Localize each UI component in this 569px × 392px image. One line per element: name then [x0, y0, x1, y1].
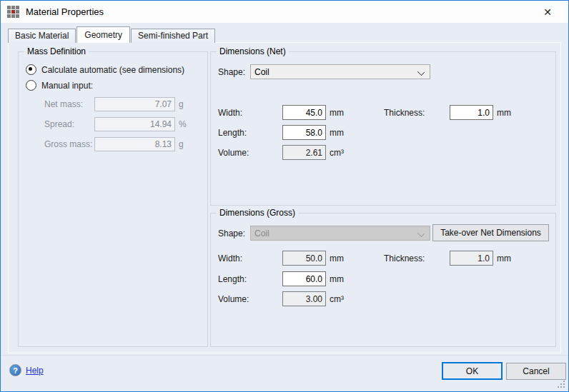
ok-button[interactable]: OK — [442, 362, 503, 380]
net-length-label: Length: — [218, 128, 247, 138]
group-label-dimensions-gross: Dimensions (Gross) — [217, 208, 298, 218]
close-icon[interactable]: ✕ — [533, 1, 563, 23]
gross-shape-dropdown: Coil — [250, 226, 430, 241]
takeover-net-dimensions-button[interactable]: Take-over Net Dimensions — [432, 224, 549, 241]
gross-width-input — [282, 251, 326, 266]
chevron-down-icon — [417, 230, 425, 237]
spread-input — [94, 117, 175, 131]
radio-calculate-automatic[interactable]: Calculate automatic (see dimensions) — [26, 64, 184, 75]
resize-grip-icon[interactable] — [558, 381, 565, 388]
gross-width-label: Width: — [218, 253, 242, 263]
tab-semi-finished-part[interactable]: Semi-finished Part — [131, 29, 215, 43]
net-width-input[interactable] — [282, 105, 326, 120]
chevron-down-icon — [417, 69, 425, 76]
gross-shape-value: Coil — [254, 228, 269, 238]
gross-length-unit: mm — [330, 274, 344, 284]
net-width-unit: mm — [330, 108, 344, 118]
cancel-button[interactable]: Cancel — [506, 363, 566, 380]
material-properties-dialog: Material Properties ✕ Basic Material Geo… — [0, 0, 569, 392]
spread-unit: % — [179, 119, 187, 129]
window-title: Material Properties — [26, 6, 104, 17]
gross-mass-unit: g — [179, 139, 184, 149]
net-volume-label: Volume: — [218, 148, 249, 158]
tab-strip: Basic Material Geometry Semi-finished Pa… — [8, 26, 216, 43]
net-mass-label: Net mass: — [44, 99, 83, 109]
gross-mass-input — [94, 137, 175, 151]
net-thickness-label: Thickness: — [384, 108, 425, 118]
radio-label: Calculate automatic (see dimensions) — [41, 65, 184, 75]
group-dimensions-net: Dimensions (Net) Shape: Coil Width: mm T… — [210, 51, 556, 206]
gross-volume-unit: cm³ — [330, 294, 344, 304]
net-mass-unit: g — [179, 99, 184, 109]
help-link[interactable]: Help — [26, 366, 44, 376]
net-length-input[interactable] — [282, 125, 326, 140]
title-bar: Material Properties ✕ — [1, 1, 568, 23]
gross-length-input[interactable] — [282, 271, 326, 286]
group-mass-definition: Mass Definition Calculate automatic (see… — [18, 51, 208, 347]
gross-volume-label: Volume: — [218, 294, 249, 304]
group-dimensions-gross: Dimensions (Gross) Shape: Coil Take-over… — [210, 213, 556, 347]
radio-button-icon[interactable] — [26, 80, 36, 91]
net-thickness-input[interactable] — [450, 105, 493, 120]
net-width-label: Width: — [218, 108, 242, 118]
help-icon[interactable]: ? — [9, 364, 21, 376]
tab-basic-material[interactable]: Basic Material — [8, 29, 76, 43]
gross-volume-input — [282, 291, 326, 306]
footer-divider — [1, 355, 568, 356]
net-length-unit: mm — [330, 128, 344, 138]
net-volume-unit: cm³ — [330, 148, 344, 158]
group-label-mass-definition: Mass Definition — [24, 46, 89, 56]
gross-length-label: Length: — [218, 274, 247, 284]
group-label-dimensions-net: Dimensions (Net) — [217, 46, 289, 56]
gross-mass-label: Gross mass: — [44, 139, 92, 149]
radio-label: Manual input: — [41, 81, 93, 91]
gross-width-unit: mm — [330, 253, 344, 263]
net-shape-value: Coil — [254, 67, 269, 77]
gross-thickness-unit: mm — [497, 253, 511, 263]
tab-geometry[interactable]: Geometry — [76, 26, 130, 43]
net-volume-input — [282, 145, 326, 160]
gross-thickness-input — [450, 251, 493, 266]
gross-shape-label: Shape: — [218, 228, 245, 238]
net-shape-label: Shape: — [218, 67, 245, 77]
spread-label: Spread: — [44, 119, 74, 129]
gross-thickness-label: Thickness: — [384, 253, 425, 263]
radio-manual-input[interactable]: Manual input: — [26, 80, 93, 91]
net-mass-input — [94, 97, 175, 111]
radio-button-icon[interactable] — [26, 64, 36, 75]
net-thickness-unit: mm — [497, 108, 511, 118]
net-shape-dropdown[interactable]: Coil — [250, 64, 430, 79]
app-grid-icon — [7, 6, 19, 18]
